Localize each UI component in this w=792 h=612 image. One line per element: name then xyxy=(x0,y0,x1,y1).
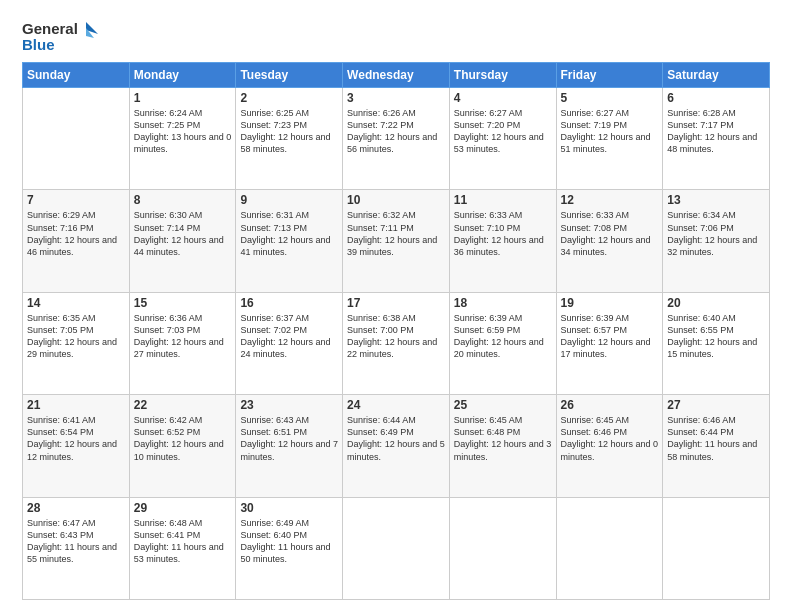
col-header-thursday: Thursday xyxy=(449,63,556,88)
day-info: Sunrise: 6:44 AM Sunset: 6:49 PM Dayligh… xyxy=(347,414,445,463)
calendar-cell: 23Sunrise: 6:43 AM Sunset: 6:51 PM Dayli… xyxy=(236,395,343,497)
calendar-cell: 26Sunrise: 6:45 AM Sunset: 6:46 PM Dayli… xyxy=(556,395,663,497)
calendar-cell: 4Sunrise: 6:27 AM Sunset: 7:20 PM Daylig… xyxy=(449,88,556,190)
calendar-cell: 19Sunrise: 6:39 AM Sunset: 6:57 PM Dayli… xyxy=(556,292,663,394)
day-info: Sunrise: 6:27 AM Sunset: 7:20 PM Dayligh… xyxy=(454,107,552,156)
calendar-cell xyxy=(23,88,130,190)
col-header-saturday: Saturday xyxy=(663,63,770,88)
calendar-cell: 11Sunrise: 6:33 AM Sunset: 7:10 PM Dayli… xyxy=(449,190,556,292)
calendar-cell: 1Sunrise: 6:24 AM Sunset: 7:25 PM Daylig… xyxy=(129,88,236,190)
day-number: 8 xyxy=(134,193,232,207)
calendar-cell: 20Sunrise: 6:40 AM Sunset: 6:55 PM Dayli… xyxy=(663,292,770,394)
day-info: Sunrise: 6:24 AM Sunset: 7:25 PM Dayligh… xyxy=(134,107,232,156)
day-number: 27 xyxy=(667,398,765,412)
day-number: 18 xyxy=(454,296,552,310)
calendar-week-1: 1Sunrise: 6:24 AM Sunset: 7:25 PM Daylig… xyxy=(23,88,770,190)
calendar-cell: 13Sunrise: 6:34 AM Sunset: 7:06 PM Dayli… xyxy=(663,190,770,292)
day-number: 9 xyxy=(240,193,338,207)
calendar-cell: 22Sunrise: 6:42 AM Sunset: 6:52 PM Dayli… xyxy=(129,395,236,497)
day-info: Sunrise: 6:28 AM Sunset: 7:17 PM Dayligh… xyxy=(667,107,765,156)
day-number: 22 xyxy=(134,398,232,412)
calendar-cell xyxy=(343,497,450,599)
day-number: 1 xyxy=(134,91,232,105)
day-info: Sunrise: 6:33 AM Sunset: 7:10 PM Dayligh… xyxy=(454,209,552,258)
day-number: 23 xyxy=(240,398,338,412)
day-number: 6 xyxy=(667,91,765,105)
day-number: 25 xyxy=(454,398,552,412)
day-info: Sunrise: 6:27 AM Sunset: 7:19 PM Dayligh… xyxy=(561,107,659,156)
calendar-cell: 15Sunrise: 6:36 AM Sunset: 7:03 PM Dayli… xyxy=(129,292,236,394)
calendar-cell: 27Sunrise: 6:46 AM Sunset: 6:44 PM Dayli… xyxy=(663,395,770,497)
page: GeneralBlue SundayMondayTuesdayWednesday… xyxy=(0,0,792,612)
svg-text:Blue: Blue xyxy=(22,36,55,53)
day-info: Sunrise: 6:43 AM Sunset: 6:51 PM Dayligh… xyxy=(240,414,338,463)
day-info: Sunrise: 6:46 AM Sunset: 6:44 PM Dayligh… xyxy=(667,414,765,463)
calendar-cell: 14Sunrise: 6:35 AM Sunset: 7:05 PM Dayli… xyxy=(23,292,130,394)
day-number: 13 xyxy=(667,193,765,207)
day-number: 11 xyxy=(454,193,552,207)
day-info: Sunrise: 6:35 AM Sunset: 7:05 PM Dayligh… xyxy=(27,312,125,361)
day-number: 15 xyxy=(134,296,232,310)
day-info: Sunrise: 6:48 AM Sunset: 6:41 PM Dayligh… xyxy=(134,517,232,566)
calendar-cell xyxy=(556,497,663,599)
day-number: 28 xyxy=(27,501,125,515)
day-info: Sunrise: 6:34 AM Sunset: 7:06 PM Dayligh… xyxy=(667,209,765,258)
day-info: Sunrise: 6:38 AM Sunset: 7:00 PM Dayligh… xyxy=(347,312,445,361)
day-info: Sunrise: 6:45 AM Sunset: 6:48 PM Dayligh… xyxy=(454,414,552,463)
day-info: Sunrise: 6:30 AM Sunset: 7:14 PM Dayligh… xyxy=(134,209,232,258)
calendar-cell: 12Sunrise: 6:33 AM Sunset: 7:08 PM Dayli… xyxy=(556,190,663,292)
day-number: 19 xyxy=(561,296,659,310)
calendar-cell xyxy=(449,497,556,599)
calendar-week-2: 7Sunrise: 6:29 AM Sunset: 7:16 PM Daylig… xyxy=(23,190,770,292)
calendar-cell: 16Sunrise: 6:37 AM Sunset: 7:02 PM Dayli… xyxy=(236,292,343,394)
day-number: 3 xyxy=(347,91,445,105)
day-number: 12 xyxy=(561,193,659,207)
day-number: 4 xyxy=(454,91,552,105)
day-number: 2 xyxy=(240,91,338,105)
calendar-cell: 6Sunrise: 6:28 AM Sunset: 7:17 PM Daylig… xyxy=(663,88,770,190)
calendar-table: SundayMondayTuesdayWednesdayThursdayFrid… xyxy=(22,62,770,600)
day-info: Sunrise: 6:40 AM Sunset: 6:55 PM Dayligh… xyxy=(667,312,765,361)
day-info: Sunrise: 6:39 AM Sunset: 6:57 PM Dayligh… xyxy=(561,312,659,361)
day-number: 16 xyxy=(240,296,338,310)
col-header-sunday: Sunday xyxy=(23,63,130,88)
calendar-cell: 21Sunrise: 6:41 AM Sunset: 6:54 PM Dayli… xyxy=(23,395,130,497)
day-info: Sunrise: 6:26 AM Sunset: 7:22 PM Dayligh… xyxy=(347,107,445,156)
calendar-cell: 10Sunrise: 6:32 AM Sunset: 7:11 PM Dayli… xyxy=(343,190,450,292)
day-number: 24 xyxy=(347,398,445,412)
logo-svg: GeneralBlue xyxy=(22,18,102,54)
header: GeneralBlue xyxy=(22,18,770,54)
day-info: Sunrise: 6:33 AM Sunset: 7:08 PM Dayligh… xyxy=(561,209,659,258)
calendar-cell: 8Sunrise: 6:30 AM Sunset: 7:14 PM Daylig… xyxy=(129,190,236,292)
day-number: 29 xyxy=(134,501,232,515)
col-header-monday: Monday xyxy=(129,63,236,88)
day-number: 14 xyxy=(27,296,125,310)
day-info: Sunrise: 6:25 AM Sunset: 7:23 PM Dayligh… xyxy=(240,107,338,156)
calendar-cell: 5Sunrise: 6:27 AM Sunset: 7:19 PM Daylig… xyxy=(556,88,663,190)
calendar-cell: 28Sunrise: 6:47 AM Sunset: 6:43 PM Dayli… xyxy=(23,497,130,599)
day-number: 21 xyxy=(27,398,125,412)
calendar-cell: 18Sunrise: 6:39 AM Sunset: 6:59 PM Dayli… xyxy=(449,292,556,394)
calendar-cell: 25Sunrise: 6:45 AM Sunset: 6:48 PM Dayli… xyxy=(449,395,556,497)
day-number: 7 xyxy=(27,193,125,207)
calendar-week-5: 28Sunrise: 6:47 AM Sunset: 6:43 PM Dayli… xyxy=(23,497,770,599)
day-info: Sunrise: 6:47 AM Sunset: 6:43 PM Dayligh… xyxy=(27,517,125,566)
day-info: Sunrise: 6:41 AM Sunset: 6:54 PM Dayligh… xyxy=(27,414,125,463)
day-number: 5 xyxy=(561,91,659,105)
calendar-cell xyxy=(663,497,770,599)
day-info: Sunrise: 6:49 AM Sunset: 6:40 PM Dayligh… xyxy=(240,517,338,566)
calendar-week-3: 14Sunrise: 6:35 AM Sunset: 7:05 PM Dayli… xyxy=(23,292,770,394)
day-info: Sunrise: 6:37 AM Sunset: 7:02 PM Dayligh… xyxy=(240,312,338,361)
calendar-cell: 24Sunrise: 6:44 AM Sunset: 6:49 PM Dayli… xyxy=(343,395,450,497)
calendar-cell: 30Sunrise: 6:49 AM Sunset: 6:40 PM Dayli… xyxy=(236,497,343,599)
day-info: Sunrise: 6:32 AM Sunset: 7:11 PM Dayligh… xyxy=(347,209,445,258)
calendar-cell: 3Sunrise: 6:26 AM Sunset: 7:22 PM Daylig… xyxy=(343,88,450,190)
day-number: 17 xyxy=(347,296,445,310)
calendar-cell: 17Sunrise: 6:38 AM Sunset: 7:00 PM Dayli… xyxy=(343,292,450,394)
day-info: Sunrise: 6:42 AM Sunset: 6:52 PM Dayligh… xyxy=(134,414,232,463)
svg-text:General: General xyxy=(22,20,78,37)
calendar-cell: 9Sunrise: 6:31 AM Sunset: 7:13 PM Daylig… xyxy=(236,190,343,292)
day-info: Sunrise: 6:29 AM Sunset: 7:16 PM Dayligh… xyxy=(27,209,125,258)
calendar-header-row: SundayMondayTuesdayWednesdayThursdayFrid… xyxy=(23,63,770,88)
day-number: 20 xyxy=(667,296,765,310)
